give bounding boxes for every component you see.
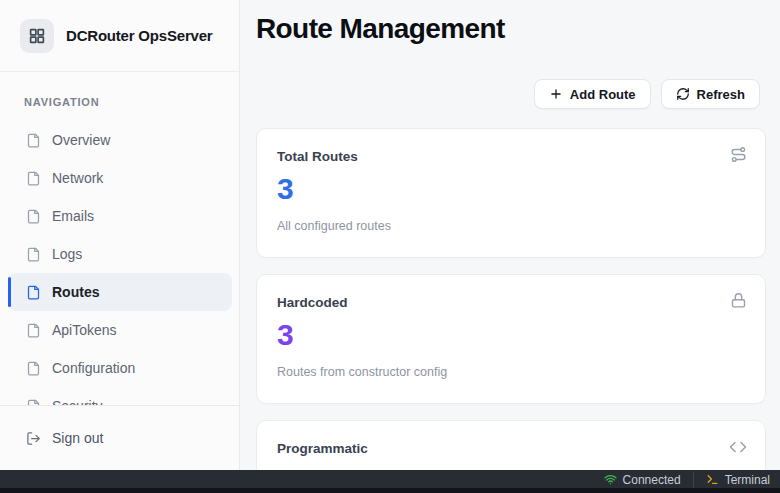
- card-subtitle: All configured routes: [277, 219, 745, 233]
- sidebar-item-label: Security: [52, 398, 103, 405]
- connected-label: Connected: [623, 473, 681, 487]
- brand-title: DCRouter OpsServer: [66, 27, 212, 44]
- main-content: Route Management Add Route Refresh Total…: [240, 0, 780, 493]
- sidebar-item-label: Network: [52, 170, 103, 186]
- sidebar-item-security[interactable]: Security: [8, 387, 232, 405]
- status-divider: [693, 471, 694, 488]
- sidebar-item-label: Routes: [52, 284, 99, 300]
- app-window: DCRouter OpsServer NAVIGATION Overview N…: [0, 0, 780, 493]
- sidebar-header: DCRouter OpsServer: [0, 0, 239, 72]
- sidebar-item-label: Overview: [52, 132, 110, 148]
- file-icon: [26, 133, 41, 148]
- sidebar-item-network[interactable]: Network: [8, 159, 232, 197]
- grid-icon: [28, 27, 46, 45]
- terminal-label: Terminal: [725, 473, 770, 487]
- file-icon: [26, 209, 41, 224]
- card-title: Hardcoded: [277, 295, 745, 310]
- plus-icon: [549, 87, 563, 101]
- lock-icon: [730, 292, 747, 309]
- connection-status: Connected: [604, 473, 681, 487]
- page-title: Route Management: [240, 0, 780, 45]
- nav-section-label: NAVIGATION: [24, 96, 239, 108]
- card-total-routes: Total Routes 3 All configured routes: [256, 128, 766, 258]
- card-value: 3: [277, 172, 745, 206]
- toolbar: Add Route Refresh: [240, 79, 780, 109]
- sidebar: DCRouter OpsServer NAVIGATION Overview N…: [0, 0, 240, 493]
- refresh-icon: [676, 87, 690, 101]
- terminal-button[interactable]: Terminal: [706, 473, 770, 487]
- sidebar-item-routes[interactable]: Routes: [8, 273, 232, 311]
- sidebar-item-emails[interactable]: Emails: [8, 197, 232, 235]
- sidebar-item-apitokens[interactable]: ApiTokens: [8, 311, 232, 349]
- stat-cards: Total Routes 3 All configured routes Har…: [256, 128, 766, 493]
- file-icon: [26, 171, 41, 186]
- wifi-icon: [604, 473, 617, 486]
- card-title: Total Routes: [277, 149, 745, 164]
- sidebar-item-label: Configuration: [52, 360, 135, 376]
- file-icon: [26, 285, 41, 300]
- sign-out-label: Sign out: [52, 430, 103, 446]
- file-icon: [26, 361, 41, 376]
- sidebar-item-configuration[interactable]: Configuration: [8, 349, 232, 387]
- log-out-icon: [26, 431, 41, 446]
- terminal-icon: [706, 473, 719, 486]
- file-icon: [26, 247, 41, 262]
- status-bar: Connected Terminal: [0, 470, 780, 493]
- card-title: Programmatic: [277, 441, 745, 456]
- file-icon: [26, 323, 41, 338]
- card-subtitle: Routes from constructor config: [277, 365, 745, 379]
- refresh-button[interactable]: Refresh: [661, 79, 760, 109]
- add-route-button[interactable]: Add Route: [534, 79, 651, 109]
- add-route-label: Add Route: [570, 87, 636, 102]
- sidebar-item-label: ApiTokens: [52, 322, 117, 338]
- card-hardcoded: Hardcoded 3 Routes from constructor conf…: [256, 274, 766, 404]
- sidebar-nav: NAVIGATION Overview Network Emails Logs: [0, 72, 239, 405]
- card-value: 3: [277, 318, 745, 352]
- sidebar-item-logs[interactable]: Logs: [8, 235, 232, 273]
- refresh-label: Refresh: [697, 87, 745, 102]
- route-icon: [730, 146, 747, 163]
- sidebar-item-label: Logs: [52, 246, 82, 262]
- code-icon: [729, 438, 747, 456]
- sidebar-item-overview[interactable]: Overview: [8, 121, 232, 159]
- sign-out-button[interactable]: Sign out: [8, 419, 232, 457]
- app-logo: [20, 19, 54, 53]
- sidebar-item-label: Emails: [52, 208, 94, 224]
